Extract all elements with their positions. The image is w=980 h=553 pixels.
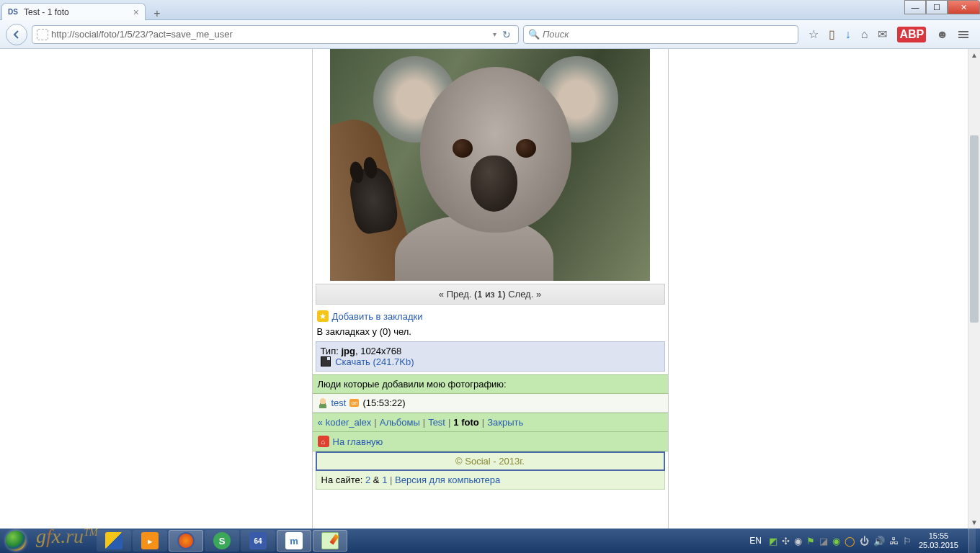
send-icon[interactable]: ✉ [878, 27, 887, 41]
search-input[interactable] [543, 29, 793, 40]
tab-close-icon[interactable]: × [133, 6, 139, 18]
tab-title: Test - 1 foto [24, 7, 129, 17]
search-icon: 🔍 [528, 29, 540, 40]
site-identity-icon [37, 29, 48, 40]
search-bar[interactable]: 🔍 [523, 25, 798, 44]
chat-icon[interactable]: ☻ [936, 28, 948, 41]
browser-tab-active[interactable]: DS Test - 1 foto × [1, 3, 146, 20]
toolbar-icons: ☆ ▯ ↓ ⌂ ✉ ABP ☻ [803, 27, 974, 42]
nav-back-button[interactable] [6, 24, 27, 45]
window-close-button[interactable]: ✕ [948, 0, 980, 14]
window-titlebar: DS Test - 1 foto × + — ☐ ✕ [0, 0, 980, 20]
browser-toolbar: http://social/foto/1/5/23/?act=save_me_u… [0, 20, 980, 49]
downloads-icon[interactable]: ↓ [845, 28, 851, 41]
arrow-left-icon [12, 30, 22, 40]
bookmark-star-icon[interactable]: ☆ [808, 27, 819, 41]
hamburger-menu-icon[interactable] [958, 31, 968, 38]
url-dropdown-icon[interactable]: ▾ [493, 30, 496, 38]
window-controls: — ☐ ✕ [904, 0, 980, 14]
reload-button[interactable]: ↻ [499, 29, 514, 40]
new-tab-button[interactable]: + [148, 7, 166, 20]
clipboard-icon[interactable]: ▯ [829, 27, 835, 41]
address-bar[interactable]: http://social/foto/1/5/23/?act=save_me_u… [32, 25, 519, 44]
tab-favicon: DS [8, 6, 19, 18]
window-minimize-button[interactable]: — [904, 0, 926, 14]
adblock-icon[interactable]: ABP [897, 27, 926, 42]
home-icon[interactable]: ⌂ [861, 28, 868, 41]
window-maximize-button[interactable]: ☐ [926, 0, 948, 14]
url-text: http://social/foto/1/5/23/?act=save_me_u… [51, 29, 490, 40]
tab-strip: DS Test - 1 foto × + [0, 0, 166, 20]
